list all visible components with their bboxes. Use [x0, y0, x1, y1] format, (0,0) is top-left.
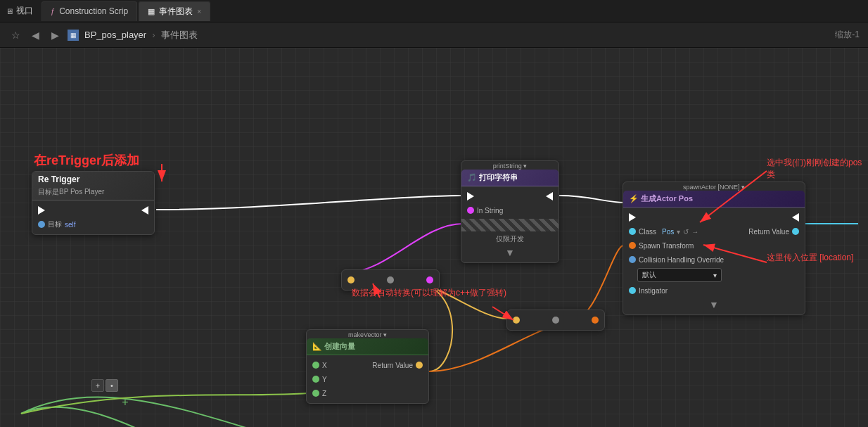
makevector-y-label: Y — [322, 376, 327, 383]
connector1-pin-mid — [387, 276, 394, 283]
annotation-select-pos: 选中我(们)刚刚创建的pos类 — [767, 157, 865, 181]
spawnactor-instigator-row: Instigator — [623, 283, 805, 298]
retrigger-body: 目标 self — [32, 200, 154, 234]
tab2-close-button[interactable]: × — [197, 8, 201, 15]
canvas-crosshair-bottom: + — [118, 395, 132, 409]
spawnactor-instigator-pin — [629, 287, 636, 294]
spawnactor-top-label: spawnActor [NONE] ▾ — [623, 182, 805, 191]
blueprint-canvas[interactable]: 在reTrigger后添加 Re Trigger 目标是BP Pos Playe… — [0, 48, 868, 427]
printstring-instring-pin — [467, 207, 474, 214]
spawnactor-exec-out-pin — [792, 213, 799, 222]
spawnactor-class-label: Class — [639, 228, 656, 236]
spawnactor-return-pin — [792, 228, 799, 235]
spawnactor-class-pin — [629, 228, 636, 235]
makevector-title: 📐 创建向量 — [312, 341, 355, 352]
node-retrigger[interactable]: Re Trigger 目标是BP Pos Player 目标 self — [32, 171, 155, 235]
breadcrumb-separator: › — [152, 30, 155, 40]
forward-button[interactable]: ▶ — [48, 28, 62, 42]
connector1-pin-left — [347, 276, 355, 283]
makevector-body: X Return Value Y Z — [307, 355, 428, 403]
printstring-body: In String 仅限开发 ▼ — [461, 186, 559, 262]
spawnactor-collision-pin — [629, 256, 636, 263]
printstring-header: 🎵 打印字符串 — [461, 170, 559, 186]
printstring-title: 🎵 打印字符串 — [467, 172, 518, 183]
makevector-top-label: makeVector ▾ — [307, 330, 428, 338]
spawnactor-spawntransform-row: Spawn Transform — [623, 238, 805, 253]
spawnactor-exec-row — [623, 210, 805, 224]
connector2-pin-left — [513, 317, 520, 324]
spawnactor-collision-dropdown[interactable]: 默认 ▾ — [637, 268, 722, 282]
spawnactor-collision-row: Collision Handling Override — [623, 253, 805, 267]
retrigger-exec-out-pin — [141, 206, 148, 215]
spawnactor-browse-icon[interactable]: → — [691, 228, 698, 236]
connector1-pin-right — [426, 276, 433, 283]
makevector-z-row: Z — [307, 386, 428, 400]
mini-btn-plus[interactable]: + — [91, 379, 104, 392]
spawnactor-title: ⚡ 生成Actor Pos — [629, 193, 693, 204]
makevector-y-pin — [312, 376, 319, 383]
spawnactor-instigator-label: Instigator — [639, 287, 668, 295]
retrigger-title: Re Trigger — [38, 174, 79, 184]
node-connector2[interactable] — [506, 310, 605, 331]
makevector-x-pin — [312, 362, 319, 369]
tab2-icon: ▦ — [148, 7, 155, 16]
spawnactor-refresh-icon[interactable]: ↺ — [683, 228, 689, 236]
spawnactor-class-value: Pos — [662, 228, 674, 236]
makevector-x-label: X — [322, 362, 327, 369]
back-button[interactable]: ◀ — [28, 28, 42, 42]
spawnactor-collision-dropdown-row: 默认 ▾ — [623, 267, 805, 283]
star-button[interactable]: ☆ — [8, 28, 23, 42]
tab1-icon: ƒ — [51, 7, 55, 15]
spawnactor-spawntransform-label: Spawn Transform — [639, 242, 694, 250]
makevector-x-row: X Return Value — [307, 358, 428, 372]
spawnactor-class-arrow1[interactable]: ▾ — [677, 228, 680, 236]
titlebar: 🖥 视口 ƒ Construction Scrip ▦ 事件图表 × — [0, 0, 868, 23]
spawnactor-class-row: Class Pos ▾ ↺ → Return Value — [623, 224, 805, 238]
spawnactor-return-label: Return Value — [748, 228, 789, 236]
tab-construction-script[interactable]: ƒ Construction Scrip — [42, 1, 137, 21]
spawnactor-exec-in-pin — [629, 213, 636, 222]
zoom-label: 缩放-1 — [835, 29, 860, 41]
retrigger-target-label: 目标 — [48, 219, 62, 229]
printstring-warning-label: 仅限开发 — [461, 233, 559, 246]
connector2-pin-right — [592, 317, 599, 324]
annotation-retrigger: 在reTrigger后添加 — [34, 152, 139, 169]
spawnactor-expand-row: ▼ — [623, 298, 805, 312]
makevector-z-pin — [312, 390, 319, 397]
mini-btn-group-bottom: + • — [91, 379, 118, 392]
breadcrumb-current: 事件图表 — [161, 29, 198, 42]
printstring-exec-in-pin — [467, 192, 474, 200]
spawnactor-spawntransform-pin — [629, 242, 636, 249]
connector2-pin-mid — [552, 317, 559, 324]
printstring-instring-row: In String — [461, 203, 559, 217]
window-icon: 🖥 — [6, 7, 13, 15]
spawnactor-expand-icon[interactable]: ▼ — [709, 299, 719, 310]
tab-event-graph[interactable]: ▦ 事件图表 × — [139, 1, 210, 21]
spawnactor-body: Class Pos ▾ ↺ → Return Value Spawn Trans… — [623, 208, 805, 314]
makevector-z-label: Z — [322, 390, 326, 397]
retrigger-target-value: self — [65, 221, 76, 229]
retrigger-target-row: 目标 self — [32, 217, 154, 231]
spawnactor-header: ⚡ 生成Actor Pos — [623, 191, 805, 208]
breadcrumb-bar: ☆ ◀ ▶ ▦ BP_pos_player › 事件图表 缩放-1 — [0, 23, 868, 48]
spawnactor-collision-value: 默认 — [642, 270, 656, 280]
printstring-expand-icon[interactable]: ▼ — [505, 247, 515, 258]
tab2-label: 事件图表 — [159, 6, 193, 18]
retrigger-header: Re Trigger 目标是BP Pos Player — [32, 172, 154, 200]
node-makevector[interactable]: makeVector ▾ 📐 创建向量 X Return Value Y Z — [306, 329, 429, 404]
node-spawnactor[interactable]: spawnActor [NONE] ▾ ⚡ 生成Actor Pos Class … — [623, 181, 805, 315]
node-printstring[interactable]: printString ▾ 🎵 打印字符串 In String 仅限开发 ▼ — [461, 160, 559, 263]
printstring-warning-stripes — [461, 219, 559, 231]
retrigger-exec-in-pin — [38, 206, 45, 215]
tab1-label: Construction Scrip — [59, 6, 128, 16]
window-label: 视口 — [16, 5, 33, 17]
retrigger-subtitle: 目标是BP Pos Player — [38, 187, 104, 197]
tab-bar: ƒ Construction Scrip ▦ 事件图表 × — [42, 0, 210, 22]
printstring-top-label: printString ▾ — [461, 161, 559, 170]
breadcrumb-icon: ▦ — [68, 30, 79, 41]
dropdown-arrow-icon: ▾ — [713, 272, 717, 279]
makevector-return-pin — [416, 362, 423, 369]
printstring-exec-out-pin — [546, 192, 553, 200]
node-connector1[interactable] — [341, 269, 440, 291]
breadcrumb-bp[interactable]: BP_pos_player — [84, 30, 146, 40]
